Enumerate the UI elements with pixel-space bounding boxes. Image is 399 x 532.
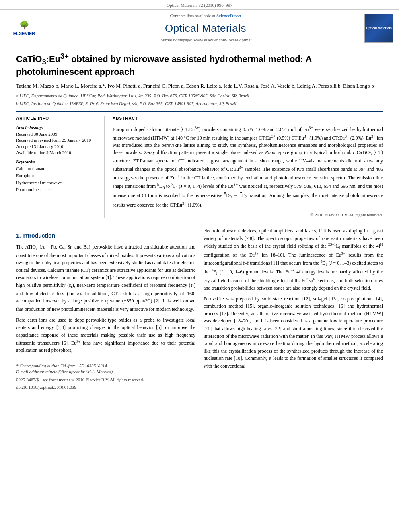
keyword-1: Calcium titanate: [16, 165, 98, 172]
journal-header: 🌳 ELSEVIER Contents lists available at S…: [0, 10, 399, 47]
email-label: E-mail address:: [16, 369, 44, 374]
journal-title-area: Contents lists available at ScienceDirec…: [52, 13, 359, 43]
email-value: mlucio@liec.ufscar.br (M.L. Moreira).: [45, 369, 114, 374]
article-info-column: ARTICLE INFO Article history: Received 3…: [16, 116, 105, 218]
journal-homepage: journal homepage: www.elsevier.com/locat…: [160, 37, 252, 43]
section1-paragraph2: Rare earth ions are used to dope perovsk…: [16, 316, 195, 354]
article-title: CaTiO3:Eu3+ obtained by microwave assist…: [16, 51, 383, 78]
footnote-section: * Corresponding author. Tel./fax: +55 16…: [16, 360, 195, 375]
sciencedirect-link-area: Contents lists available at ScienceDirec…: [170, 13, 241, 19]
abstract-text: Europium doped calcium titanate (CT:Eu3+…: [113, 125, 383, 208]
elsevier-tree-icon: 🌳: [19, 19, 29, 31]
affiliation-b: b LIEC, Instituto de Química, UNESP, R. …: [16, 100, 383, 107]
volume-text: Optical Materials 32 (2010) 990–997: [167, 3, 232, 8]
elsevier-logo: 🌳 ELSEVIER: [4, 17, 44, 39]
copyright-text: © 2010 Elsevier B.V. All rights reserved…: [113, 212, 383, 218]
article-info-label: ARTICLE INFO: [16, 116, 98, 121]
article-content: CaTiO3:Eu3+ obtained by microwave assist…: [0, 47, 399, 399]
accepted-date: Accepted 31 January 2010: [16, 144, 98, 150]
journal-volume-info: Optical Materials 32 (2010) 990–997: [0, 0, 399, 10]
abstract-column: ABSTRACT Europium doped calcium titanate…: [113, 116, 383, 218]
affiliations: a LIEC, Departamento de Química, UFSCar,…: [16, 92, 383, 107]
abstract-label: ABSTRACT: [113, 116, 383, 121]
section1-heading: 1. Introduction: [16, 232, 195, 240]
keyword-2: Europium: [16, 172, 98, 179]
contents-available-text: Contents lists available at: [170, 13, 215, 18]
authors: Tatiana M. Mazzo b, Mario L. Moreira a,*…: [16, 82, 383, 90]
section1-right-paragraph1: electroluminescent devices, optical ampl…: [204, 227, 383, 292]
badge-title: Optical Materials: [366, 26, 392, 30]
optical-materials-badge: Optical Materials: [364, 14, 393, 43]
received-date: Received 30 June 2009: [16, 131, 98, 137]
section1-paragraph1: The ATiO3 (A = Pb, Ca, Sr, and Ba) perov…: [16, 243, 195, 313]
doi-line: doi:10.1016/j.optmat.2010.01.039: [16, 384, 195, 390]
corresponding-author-footnote: * Corresponding author. Tel./fax: +55 16…: [16, 363, 195, 369]
keywords-list: Calcium titanate Europium Hydrothermal m…: [16, 165, 98, 193]
article-info-abstract-section: ARTICLE INFO Article history: Received 3…: [16, 111, 383, 222]
keyword-3: Hydrothermal microwave: [16, 179, 98, 186]
section1-right-paragraph2: Perovskite was prepared by solid-state r…: [204, 295, 383, 370]
issn-line: 0925-3467/$ - see front matter © 2010 El…: [16, 377, 195, 383]
elsevier-logo-area: 🌳 ELSEVIER: [4, 13, 48, 43]
elsevier-name: ELSEVIER: [13, 31, 35, 37]
affiliation-a: a LIEC, Departamento de Química, UFSCar,…: [16, 92, 383, 99]
keyword-4: Photoluminescence: [16, 186, 98, 193]
body-section: 1. Introduction The ATiO3 (A = Pb, Ca, S…: [16, 227, 383, 390]
history-label: Article history:: [16, 125, 98, 131]
journal-badge-area: Optical Materials: [363, 13, 395, 43]
journal-title: Optical Materials: [165, 21, 246, 35]
body-right-column: electroluminescent devices, optical ampl…: [204, 227, 383, 390]
revised-date: Received in revised form 29 January 2010: [16, 137, 98, 143]
article-history: Article history: Received 30 June 2009 R…: [16, 125, 98, 156]
homepage-text: journal homepage: www.elsevier.com/locat…: [160, 37, 252, 42]
page-wrapper: Optical Materials 32 (2010) 990–997 🌳 EL…: [0, 0, 399, 398]
keywords-label: Keywords:: [16, 159, 98, 165]
email-footnote: E-mail address: mlucio@liec.ufscar.br (M…: [16, 369, 195, 375]
keywords-group: Keywords: Calcium titanate Europium Hydr…: [16, 159, 98, 193]
available-date: Available online 9 March 2010: [16, 150, 98, 156]
sciencedirect-link[interactable]: ScienceDirect: [216, 13, 241, 18]
body-left-column: 1. Introduction The ATiO3 (A = Pb, Ca, S…: [16, 227, 195, 390]
authors-text: Tatiana M. Mazzo b, Mario L. Moreira a,*…: [16, 83, 374, 89]
